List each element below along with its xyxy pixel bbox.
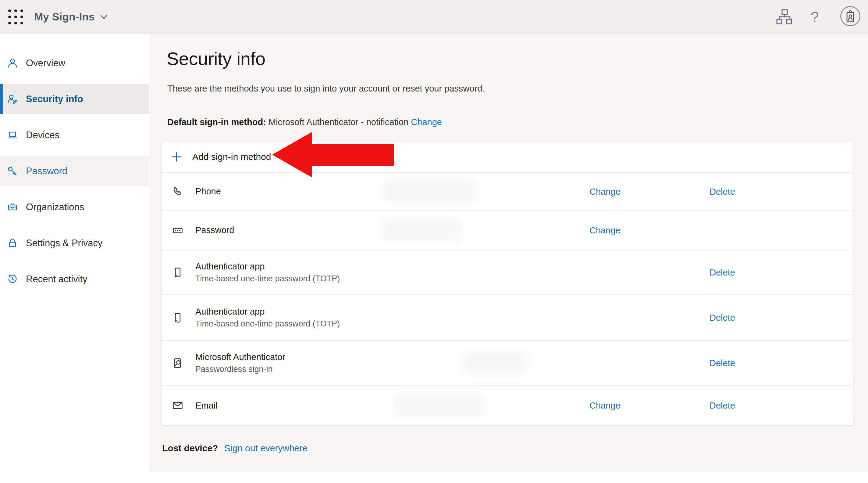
sidebar-item-label: Settings & Privacy: [26, 238, 103, 249]
app-launcher-icon[interactable]: [7, 8, 24, 26]
method-title: Authenticator app: [195, 307, 340, 317]
laptop-icon: [7, 130, 18, 141]
delete-link[interactable]: Delete: [710, 401, 735, 411]
person-key-icon: [7, 93, 18, 105]
change-link[interactable]: Change: [589, 225, 621, 235]
app-title-label: My Sign-Ins: [34, 11, 95, 23]
sidebar: Overview Security info Devices Password …: [0, 34, 149, 472]
method-row-authenticator-app: Authenticator app Time-based one-time pa…: [162, 250, 853, 294]
sign-in-methods-card: Add sign-in method Phone Change Delete P…: [161, 141, 854, 425]
passwordless-device-icon: [171, 357, 184, 370]
avatar[interactable]: [840, 6, 860, 26]
delete-link[interactable]: Delete: [710, 358, 735, 368]
redacted-value: [464, 351, 528, 375]
method-title: Microsoft Authenticator: [195, 352, 285, 362]
page-subtitle: These are the methods you use to sign in…: [167, 84, 485, 94]
sidebar-item-label: Overview: [26, 58, 65, 69]
method-row-microsoft-authenticator: Microsoft Authenticator Passwordless sig…: [162, 340, 853, 385]
plus-icon: [171, 151, 182, 162]
lost-device-line: Lost device? Sign out everywhere: [162, 443, 308, 453]
mobile-phone-icon: [171, 266, 184, 279]
sidebar-item-label: Security info: [26, 94, 83, 105]
default-method-label: Default sign-in method:: [167, 117, 266, 127]
change-link[interactable]: Change: [589, 187, 621, 197]
key-icon: [7, 165, 18, 177]
method-title: Authenticator app: [195, 261, 340, 272]
person-icon: [7, 57, 18, 69]
delete-link[interactable]: Delete: [710, 187, 735, 197]
redacted-value: [394, 393, 485, 418]
sidebar-item-label: Devices: [26, 130, 59, 141]
sidebar-item-organizations[interactable]: Organizations: [0, 192, 149, 222]
sidebar-item-label: Organizations: [26, 202, 84, 213]
sidebar-item-devices[interactable]: Devices: [0, 120, 149, 150]
app-title[interactable]: My Sign-Ins: [34, 0, 106, 34]
sidebar-item-overview[interactable]: Overview: [0, 48, 149, 78]
help-icon[interactable]: ?: [811, 0, 819, 34]
redacted-value: [381, 218, 462, 243]
org-chart-icon[interactable]: [775, 0, 793, 34]
sidebar-item-security-info[interactable]: Security info: [0, 84, 149, 114]
mobile-phone-icon: [171, 311, 184, 324]
my-sign-ins-page: My Sign-Ins ? Overvi: [0, 0, 868, 483]
top-bar: My Sign-Ins ?: [0, 0, 868, 34]
delete-link[interactable]: Delete: [710, 312, 735, 322]
delete-link[interactable]: Delete: [710, 267, 735, 277]
sign-out-everywhere-link[interactable]: Sign out everywhere: [224, 443, 308, 453]
method-row-authenticator-app: Authenticator app Time-based one-time pa…: [162, 294, 853, 340]
change-link[interactable]: Change: [589, 401, 621, 411]
sidebar-item-label: Password: [26, 166, 67, 177]
id-badge-icon: [844, 9, 856, 23]
default-sign-in-line: Default sign-in method: Microsoft Authen…: [167, 117, 442, 127]
add-sign-in-method-label: Add sign-in method: [192, 152, 271, 162]
password-dots-icon: [171, 224, 184, 237]
method-title: Email: [195, 401, 218, 411]
method-row-password: Password Change: [162, 210, 853, 250]
red-arrow-annotation: [272, 132, 394, 177]
sidebar-item-password[interactable]: Password: [0, 156, 149, 186]
main-content: Security info These are the methods you …: [150, 34, 868, 472]
briefcase-icon: [7, 201, 18, 213]
method-subtitle: Time-based one-time password (TOTP): [195, 274, 340, 283]
add-sign-in-method-button[interactable]: Add sign-in method: [162, 142, 853, 172]
sidebar-item-settings-privacy[interactable]: Settings & Privacy: [0, 228, 149, 258]
default-method-value: Microsoft Authenticator - notification: [269, 117, 408, 127]
envelope-icon: [171, 399, 184, 412]
method-subtitle: Time-based one-time password (TOTP): [195, 319, 340, 329]
method-subtitle: Passwordless sign-in: [195, 365, 285, 374]
lock-icon: [7, 237, 18, 249]
method-title: Phone: [195, 187, 221, 197]
method-row-email: Email Change Delete: [162, 385, 853, 425]
lost-device-label: Lost device?: [162, 443, 218, 453]
page-title: Security info: [167, 48, 266, 69]
redacted-value: [383, 179, 477, 204]
phone-icon: [171, 185, 184, 198]
method-row-phone: Phone Change Delete: [162, 172, 853, 210]
method-title: Password: [195, 225, 234, 235]
default-method-change-link[interactable]: Change: [411, 117, 442, 127]
bottom-strip: [0, 472, 868, 483]
sidebar-item-recent-activity[interactable]: Recent activity: [0, 264, 149, 294]
sidebar-item-label: Recent activity: [26, 274, 88, 285]
history-icon: [7, 274, 18, 285]
chevron-down-icon: [100, 12, 107, 19]
